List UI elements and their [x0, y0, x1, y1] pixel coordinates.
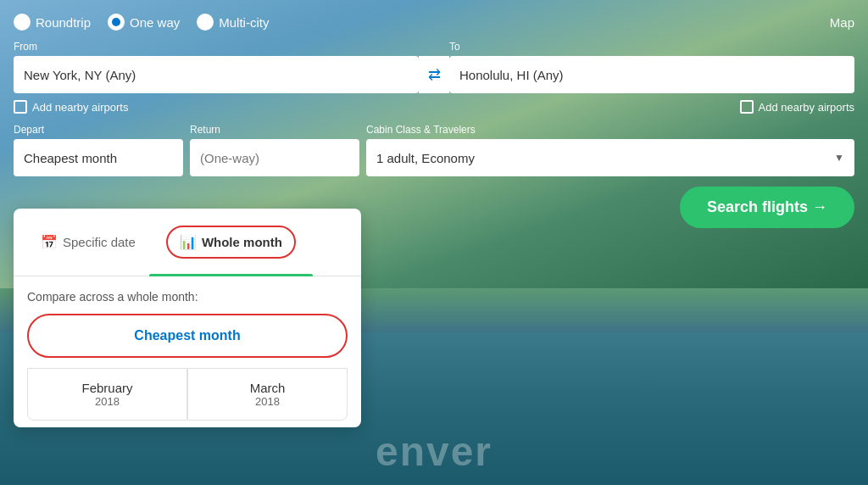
trip-type-group: Roundtrip One way Multi-city	[14, 14, 269, 31]
cheapest-btn-wrapper: Cheapest month	[27, 314, 348, 358]
search-button[interactable]: Search flights →	[680, 187, 854, 228]
month-year-february: 2018	[40, 395, 175, 408]
city-watermark: enver	[0, 428, 868, 475]
month-name-march: March	[200, 381, 335, 395]
from-nearby-checkbox[interactable]	[14, 100, 27, 114]
multicity-radio[interactable]	[197, 14, 214, 31]
tab-specific-date[interactable]: 📅 Specific date	[27, 209, 149, 276]
to-nearby-label: Add nearby airports	[759, 101, 854, 114]
trip-type-row: Roundtrip One way Multi-city Map	[14, 14, 854, 31]
compare-section: Compare across a whole month: Cheapest m…	[14, 276, 361, 427]
depart-label: Depart	[14, 124, 183, 136]
to-input[interactable]	[449, 56, 854, 93]
to-nearby-option[interactable]: Add nearby airports	[740, 100, 854, 114]
return-label: Return	[190, 124, 359, 136]
from-to-row: From ⇄ To	[14, 41, 854, 93]
tab-specific-label: Specific date	[63, 235, 136, 249]
month-cell-march[interactable]: March 2018	[187, 368, 348, 421]
bar-chart-icon: 📊	[180, 234, 197, 250]
from-nearby-option[interactable]: Add nearby airports	[14, 100, 128, 114]
nearby-row: Add nearby airports Add nearby airports	[14, 100, 854, 114]
depart-group: Depart	[14, 124, 183, 176]
month-cell-february[interactable]: February 2018	[27, 368, 187, 421]
return-group: Return	[190, 124, 359, 176]
oneway-radio[interactable]	[108, 14, 125, 31]
cabin-label: Cabin Class & Travelers	[366, 124, 854, 136]
from-nearby-label: Add nearby airports	[32, 101, 128, 114]
cheapest-month-button[interactable]: Cheapest month	[31, 317, 344, 354]
from-input[interactable]	[14, 56, 419, 93]
month-grid: February 2018 March 2018	[27, 368, 348, 421]
return-input[interactable]	[190, 139, 359, 176]
to-group: To	[449, 41, 854, 93]
from-label: From	[14, 41, 419, 53]
oneway-option[interactable]: One way	[108, 14, 180, 31]
tab-whole-label: Whole month	[202, 235, 282, 249]
tab-whole-oval: 📊 Whole month	[166, 226, 296, 259]
map-link[interactable]: Map	[830, 15, 854, 30]
to-nearby-checkbox[interactable]	[740, 100, 754, 114]
cabin-select-wrapper: 1 adult, Economy	[366, 139, 854, 176]
tab-bar: 📅 Specific date 📊 Whole month	[14, 209, 361, 276]
to-label: To	[449, 41, 854, 53]
calendar-icon: 📅	[41, 234, 58, 250]
swap-button[interactable]: ⇄	[419, 56, 449, 93]
roundtrip-option[interactable]: Roundtrip	[14, 14, 91, 31]
cabin-select[interactable]: 1 adult, Economy	[366, 139, 854, 176]
search-button-label: Search flights →	[707, 198, 827, 216]
oneway-label: One way	[130, 15, 180, 30]
tab-whole-month[interactable]: 📊 Whole month	[149, 209, 313, 276]
multicity-option[interactable]: Multi-city	[197, 14, 269, 31]
compare-label: Compare across a whole month:	[27, 290, 348, 304]
swap-icon: ⇄	[428, 65, 441, 84]
roundtrip-radio[interactable]	[14, 14, 31, 31]
month-name-february: February	[40, 381, 175, 395]
dropdown-panel: 📅 Specific date 📊 Whole month Compare ac…	[14, 209, 361, 427]
multicity-label: Multi-city	[219, 15, 269, 30]
cabin-group: Cabin Class & Travelers 1 adult, Economy	[366, 124, 854, 176]
depart-row: Depart Return Cabin Class & Travelers 1 …	[14, 124, 854, 176]
month-year-march: 2018	[200, 395, 335, 408]
from-group: From	[14, 41, 419, 93]
roundtrip-label: Roundtrip	[36, 15, 91, 30]
depart-input[interactable]	[14, 139, 183, 176]
